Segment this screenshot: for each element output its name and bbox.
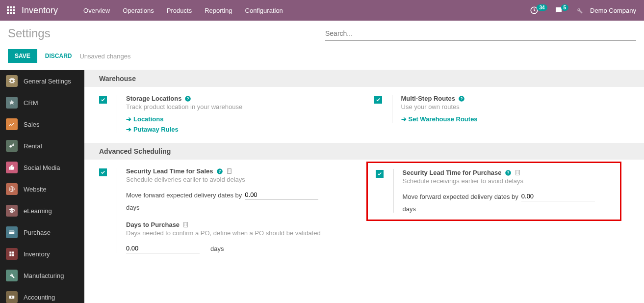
apps-icon[interactable] <box>4 3 18 17</box>
sidebar-item-crm[interactable]: CRM <box>0 92 84 113</box>
svg-text:?: ? <box>461 96 463 101</box>
sidebar-item-general[interactable]: General Settings <box>0 70 84 92</box>
settings-sidebar[interactable]: General Settings CRM Sales Rental Social… <box>0 70 84 303</box>
chart-icon <box>6 118 18 130</box>
sidebar-item-inventory[interactable]: Inventory <box>0 243 84 265</box>
navbar-right: 34 5 Demo Company <box>530 6 640 15</box>
sidebar-item-label: Manufacturing <box>24 272 64 279</box>
checkbox-multistep-routes[interactable] <box>374 96 382 104</box>
building-icon[interactable] <box>515 169 521 176</box>
unit-days-to-purchase: days <box>210 245 224 252</box>
key-icon <box>6 140 18 152</box>
label-multistep-routes: Multi-Step Routes <box>401 95 456 102</box>
checkbox-storage-locations[interactable] <box>99 96 107 104</box>
sidebar-item-sales[interactable]: Sales <box>0 113 84 135</box>
svg-rect-2 <box>13 6 15 8</box>
sidebar-item-label: Accounting <box>24 294 55 301</box>
nav-overview[interactable]: Overview <box>77 7 116 14</box>
svg-rect-1 <box>10 6 12 8</box>
app-brand[interactable]: Inventory <box>22 5 58 16</box>
wrench-icon <box>6 270 18 281</box>
sidebar-item-social[interactable]: Social Media <box>0 157 84 178</box>
svg-rect-0 <box>7 6 9 8</box>
sidebar-item-label: Purchase <box>24 229 51 236</box>
sidebar-item-manufacturing[interactable]: Manufacturing <box>0 265 84 286</box>
svg-point-10 <box>9 145 12 148</box>
sidebar-item-accounting[interactable]: Accounting <box>0 286 84 303</box>
help-icon[interactable]: ? <box>216 168 223 175</box>
arrow-right-icon: ➔ <box>126 126 131 133</box>
building-icon[interactable] <box>182 221 189 228</box>
globe-icon <box>6 183 18 195</box>
link-putaway-rules[interactable]: ➔Putaway Rules <box>126 126 355 133</box>
sidebar-item-label: Sales <box>24 121 40 128</box>
messages-badge: 5 <box>561 4 569 11</box>
label-days-to-purchase: Days to Purchase <box>126 221 180 228</box>
money-icon <box>6 291 18 303</box>
search-input[interactable] <box>325 27 636 41</box>
svg-rect-26 <box>227 169 231 174</box>
svg-text:?: ? <box>507 170 509 175</box>
label-purchase-lead-time: Security Lead Time for Purchase <box>403 169 502 176</box>
section-warehouse-title: Warehouse <box>84 70 644 87</box>
control-panel: Settings SAVE DISCARD Unsaved changes <box>0 21 644 70</box>
thumbsup-icon <box>6 162 18 173</box>
nav-operations[interactable]: Operations <box>117 7 160 14</box>
link-locations[interactable]: ➔Locations <box>126 115 355 123</box>
sidebar-item-elearning[interactable]: eLearning <box>0 200 84 221</box>
sidebar-item-website[interactable]: Website <box>0 178 84 200</box>
svg-rect-4 <box>10 9 12 11</box>
section-adv-title: Advanced Scheduling <box>84 143 644 160</box>
arrow-right-icon: ➔ <box>401 115 407 123</box>
save-button[interactable]: SAVE <box>8 49 37 63</box>
svg-rect-6 <box>7 12 9 14</box>
activities-badge: 34 <box>537 4 547 11</box>
sidebar-item-label: Inventory <box>24 250 50 258</box>
svg-text:?: ? <box>187 96 189 101</box>
svg-rect-3 <box>7 9 9 11</box>
input-days-to-purchase[interactable] <box>126 244 200 253</box>
svg-rect-27 <box>184 222 188 227</box>
unit-sales-lead: days <box>126 204 355 211</box>
boxes-icon <box>6 248 18 260</box>
gear-icon <box>6 75 18 87</box>
desc-storage-locations: Track product location in your warehouse <box>126 103 355 110</box>
input-purchase-lead-days[interactable] <box>521 192 595 201</box>
svg-rect-13 <box>9 231 15 232</box>
handshake-icon <box>6 97 18 109</box>
help-icon[interactable]: ? <box>505 169 512 176</box>
sidebar-item-purchase[interactable]: Purchase <box>0 221 84 243</box>
link-set-warehouse-routes[interactable]: ➔Set Warehouse Routes <box>401 115 630 123</box>
card-icon <box>6 226 18 238</box>
sidebar-item-rental[interactable]: Rental <box>0 135 84 157</box>
svg-point-19 <box>11 297 13 298</box>
checkbox-purchase-lead-time[interactable] <box>376 170 384 178</box>
nav-configuration[interactable]: Configuration <box>239 7 289 14</box>
nav-links: Overview Operations Products Reporting C… <box>77 7 289 14</box>
svg-rect-7 <box>10 12 12 14</box>
devtools-icon[interactable] <box>575 6 583 14</box>
company-selector[interactable]: Demo Company <box>590 7 640 14</box>
field-purchase-lead-pre: Move forward expected delivery dates by <box>403 193 518 200</box>
svg-rect-8 <box>13 12 15 14</box>
graduation-icon <box>6 205 18 217</box>
svg-text:?: ? <box>218 169 221 173</box>
svg-rect-12 <box>9 231 15 234</box>
nav-reporting[interactable]: Reporting <box>199 7 238 14</box>
svg-rect-5 <box>13 9 15 11</box>
sidebar-item-label: eLearning <box>24 207 52 215</box>
unit-purchase-lead: days <box>403 205 612 213</box>
messages-button[interactable]: 5 <box>554 6 569 15</box>
svg-rect-30 <box>515 170 519 175</box>
input-sales-lead-days[interactable] <box>245 190 318 200</box>
settings-content[interactable]: Warehouse Storage Locations ? Track prod… <box>84 70 644 303</box>
sidebar-item-label: CRM <box>24 99 38 107</box>
checkbox-sales-lead-time[interactable] <box>99 168 107 176</box>
building-icon[interactable] <box>226 168 232 174</box>
activities-button[interactable]: 34 <box>530 6 547 15</box>
help-icon[interactable]: ? <box>458 95 465 102</box>
arrow-right-icon: ➔ <box>126 115 131 123</box>
nav-products[interactable]: Products <box>161 7 198 14</box>
help-icon[interactable]: ? <box>184 95 191 102</box>
discard-button[interactable]: DISCARD <box>45 53 72 59</box>
